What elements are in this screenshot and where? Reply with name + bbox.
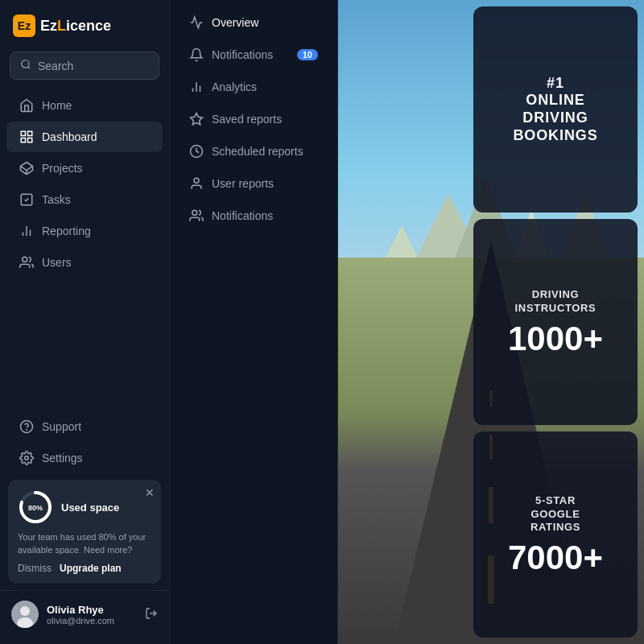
stat-card-bookings: #1 ONLINE DRIVING BOOKINGS — [473, 6, 638, 213]
star-icon — [189, 112, 204, 126]
sidebar-label-support: Support — [42, 420, 81, 433]
storage-actions: Dismiss Upgrade plan — [18, 563, 151, 574]
svg-point-0 — [22, 60, 29, 68]
group-icon — [189, 208, 204, 223]
sidebar-item-home[interactable]: Home — [6, 90, 163, 121]
svg-point-25 — [194, 178, 199, 183]
sidebar-label-dashboard: Dashboard — [42, 130, 97, 143]
mid-label-user-reports: User reports — [212, 177, 274, 190]
sidebar-item-settings[interactable]: Settings — [6, 443, 163, 473]
search-label: Search — [38, 60, 73, 72]
svg-line-1 — [28, 67, 31, 69]
user-name: Olivia Rhye — [47, 604, 137, 616]
mid-item-analytics[interactable]: Analytics — [176, 72, 331, 102]
clock-icon — [189, 144, 204, 159]
sidebar-label-users: Users — [42, 256, 72, 269]
svg-rect-3 — [28, 131, 32, 135]
reporting-icon — [19, 224, 34, 238]
user-email: olivia@drive.com — [47, 616, 137, 625]
mid-item-scheduled-reports[interactable]: Scheduled reports — [176, 136, 331, 167]
nav-bottom: Support Settings ✕ 80% Used space Yo — [0, 411, 169, 644]
stats-overlay: #1 ONLINE DRIVING BOOKINGS DRIVING INSTR… — [467, 0, 644, 644]
support-icon — [19, 419, 34, 434]
sidebar-item-reporting[interactable]: Reporting — [6, 216, 163, 246]
nav-section: Home Dashboard Projects Tasks — [0, 89, 169, 411]
storage-dismiss-button[interactable]: Dismiss — [18, 563, 52, 574]
mid-label-scheduled-reports: Scheduled reports — [212, 145, 303, 158]
stat-label-instructors: DRIVING INSTRUCTORS — [515, 288, 597, 316]
storage-card: ✕ 80% Used space Your team has used 80% … — [8, 480, 161, 584]
sidebar-label-settings: Settings — [42, 452, 83, 464]
settings-icon — [19, 451, 34, 465]
logo-icon: Ez — [13, 14, 35, 37]
bell-icon — [189, 47, 204, 62]
svg-point-26 — [192, 210, 197, 215]
logout-icon[interactable] — [145, 607, 158, 622]
svg-rect-2 — [21, 131, 25, 135]
dashboard-icon — [19, 130, 34, 144]
sidebar-item-tasks[interactable]: Tasks — [6, 184, 163, 215]
storage-usage-display: 80% Used space — [18, 489, 151, 525]
mid-item-notifications2[interactable]: Notifications — [176, 200, 331, 231]
sidebar: Ez EzLicence Search Home Dashboard — [0, 0, 169, 644]
users-icon — [19, 255, 34, 270]
main-content: #1 ONLINE DRIVING BOOKINGS DRIVING INSTR… — [338, 0, 644, 644]
svg-rect-5 — [21, 138, 25, 142]
stat-label-bookings: #1 ONLINE DRIVING BOOKINGS — [513, 75, 597, 144]
tasks-icon — [19, 192, 34, 207]
user-info: Olivia Rhye olivia@drive.com — [47, 604, 137, 625]
svg-point-12 — [25, 456, 29, 460]
storage-upgrade-button[interactable]: Upgrade plan — [60, 563, 122, 574]
storage-title: Used space — [61, 502, 119, 514]
stat-value-ratings: 7000+ — [508, 541, 603, 575]
sidebar-item-projects[interactable]: Projects — [6, 153, 163, 184]
svg-point-17 — [20, 606, 30, 616]
storage-close-button[interactable]: ✕ — [145, 486, 155, 499]
user-section: Olivia Rhye olivia@drive.com — [0, 590, 169, 638]
analytics-icon — [189, 80, 204, 94]
projects-icon — [19, 161, 34, 175]
mid-label-notifications2: Notifications — [212, 209, 273, 222]
logo-text: EzLicence — [40, 18, 111, 35]
stat-label-ratings: 5-STAR GOOGLE RATINGS — [530, 494, 580, 535]
sidebar-item-users[interactable]: Users — [6, 247, 163, 278]
stat-card-instructors: DRIVING INSTRUCTORS 1000+ — [473, 219, 638, 425]
notification-badge: 10 — [297, 49, 318, 60]
stat-value-instructors: 1000+ — [508, 322, 603, 356]
sidebar-label-home: Home — [42, 99, 72, 112]
mid-item-saved-reports[interactable]: Saved reports — [176, 104, 331, 134]
mid-item-user-reports[interactable]: User reports — [176, 168, 331, 199]
mid-label-overview: Overview — [212, 16, 258, 29]
mid-item-overview[interactable]: Overview — [176, 7, 331, 38]
mid-label-saved-reports: Saved reports — [212, 113, 282, 126]
sidebar-item-dashboard[interactable]: Dashboard — [6, 122, 163, 152]
activity-icon — [189, 15, 204, 30]
mid-item-notifications[interactable]: Notifications 10 — [176, 39, 331, 70]
user-report-icon — [189, 176, 204, 191]
svg-point-9 — [23, 257, 27, 262]
stat-card-ratings: 5-STAR GOOGLE RATINGS 7000+ — [473, 431, 638, 638]
storage-description: Your team has used 80% of your available… — [18, 531, 151, 556]
middle-panel: Overview Notifications 10 Analytics Save… — [169, 0, 338, 644]
sidebar-label-projects: Projects — [42, 162, 83, 175]
sidebar-item-support[interactable]: Support — [6, 411, 163, 442]
svg-rect-4 — [28, 138, 32, 142]
mid-label-analytics: Analytics — [212, 80, 257, 93]
storage-progress-circle: 80% — [18, 489, 53, 525]
svg-marker-23 — [191, 114, 203, 125]
search-icon — [20, 59, 31, 72]
sidebar-label-reporting: Reporting — [42, 225, 91, 237]
svg-text:80%: 80% — [28, 504, 43, 512]
svg-point-11 — [27, 430, 27, 431]
home-icon — [19, 98, 34, 113]
avatar — [11, 601, 39, 628]
logo: Ez EzLicence — [0, 0, 169, 47]
search-bar[interactable]: Search — [10, 52, 159, 80]
mid-label-notifications: Notifications — [212, 48, 273, 61]
sidebar-label-tasks: Tasks — [42, 193, 71, 206]
